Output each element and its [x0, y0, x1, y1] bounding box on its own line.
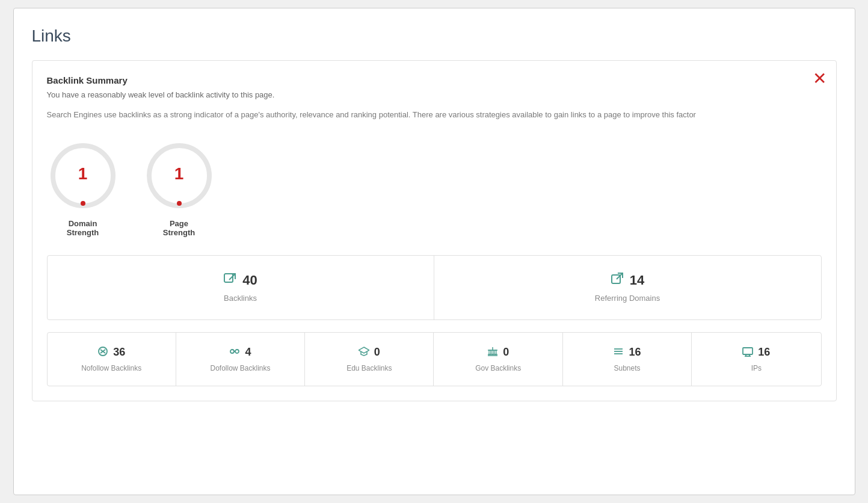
dofollow-icon: [229, 346, 240, 359]
card-title: Backlink Summary: [47, 75, 822, 85]
edu-value: 0: [374, 346, 380, 359]
backlink-summary-card: ✕ Backlink Summary You have a reasonably…: [32, 60, 837, 401]
svg-point-9: [235, 350, 239, 353]
domain-strength-value: 1: [78, 164, 88, 184]
nofollow-top: 36: [97, 346, 125, 359]
gov-value: 0: [503, 346, 509, 359]
gov-top: 0: [487, 346, 509, 359]
close-button[interactable]: ✕: [813, 70, 826, 87]
gov-cell: 0 Gov Backlinks: [434, 333, 562, 386]
dofollow-top: 4: [229, 346, 251, 359]
domain-strength-item: 1 DomainStrength: [47, 140, 119, 237]
subnets-cell: 16 Subnets: [563, 333, 692, 386]
nofollow-icon: [97, 346, 108, 359]
nofollow-cell: 36 Nofollow Backlinks: [48, 333, 176, 386]
backlinks-value: 40: [242, 273, 257, 288]
subnets-top: 16: [613, 346, 641, 359]
ips-top: 16: [742, 346, 770, 359]
subnets-value: 16: [629, 346, 641, 359]
dofollow-cell: 4 Dofollow Backlinks: [176, 333, 305, 386]
bottom-stats-grid: 36 Nofollow Backlinks 4 Dofollow Backli: [47, 332, 822, 386]
subnets-icon: [613, 346, 624, 359]
card-subtitle: You have a reasonably weak level of back…: [47, 90, 822, 99]
subnets-label: Subnets: [614, 364, 640, 372]
svg-rect-15: [492, 350, 494, 354]
page-strength-item: 1 PageStrength: [143, 140, 215, 237]
main-window: Links ✕ Backlink Summary You have a reas…: [13, 8, 855, 495]
referring-domains-label: Referring Domains: [595, 294, 660, 303]
nofollow-value: 36: [113, 346, 125, 359]
stats-grid: 40 Backlinks 14 Referring Domains: [47, 255, 822, 320]
ips-value: 16: [758, 346, 770, 359]
card-description: Search Engines use backlinks as a strong…: [47, 109, 822, 122]
domain-strength-dot: [81, 201, 85, 206]
backlinks-icon: [223, 273, 236, 289]
gov-icon: [487, 346, 498, 359]
page-title: Links: [32, 26, 837, 46]
svg-rect-14: [489, 350, 491, 354]
referring-domains-top: 14: [611, 273, 644, 289]
edu-icon: [359, 346, 369, 359]
referring-domains-cell: 14 Referring Domains: [434, 256, 821, 319]
svg-rect-16: [495, 350, 497, 354]
edu-label: Edu Backlinks: [346, 364, 392, 372]
edu-cell: 0 Edu Backlinks: [305, 333, 434, 386]
page-strength-circle: 1: [143, 140, 215, 212]
page-strength-dot: [177, 201, 182, 206]
svg-marker-11: [359, 347, 369, 353]
ips-label: IPs: [751, 364, 762, 372]
dofollow-value: 4: [245, 346, 251, 359]
page-strength-value: 1: [174, 164, 184, 184]
backlinks-label: Backlinks: [224, 294, 257, 303]
ips-icon: [742, 346, 753, 359]
circles-row: 1 DomainStrength 1 PageStrength: [47, 140, 822, 237]
nofollow-label: Nofollow Backlinks: [81, 364, 141, 372]
gov-label: Gov Backlinks: [475, 364, 521, 372]
backlinks-top: 40: [223, 273, 257, 289]
svg-point-8: [230, 350, 234, 353]
page-strength-label: PageStrength: [163, 219, 195, 237]
backlinks-cell: 40 Backlinks: [48, 256, 434, 319]
referring-domains-icon: [611, 273, 624, 289]
ips-cell: 16 IPs: [692, 333, 820, 386]
svg-rect-22: [743, 348, 753, 354]
referring-domains-value: 14: [630, 273, 644, 288]
edu-top: 0: [359, 346, 380, 359]
dofollow-label: Dofollow Backlinks: [210, 364, 270, 372]
domain-strength-circle: 1: [47, 140, 119, 212]
domain-strength-label: DomainStrength: [67, 219, 99, 237]
